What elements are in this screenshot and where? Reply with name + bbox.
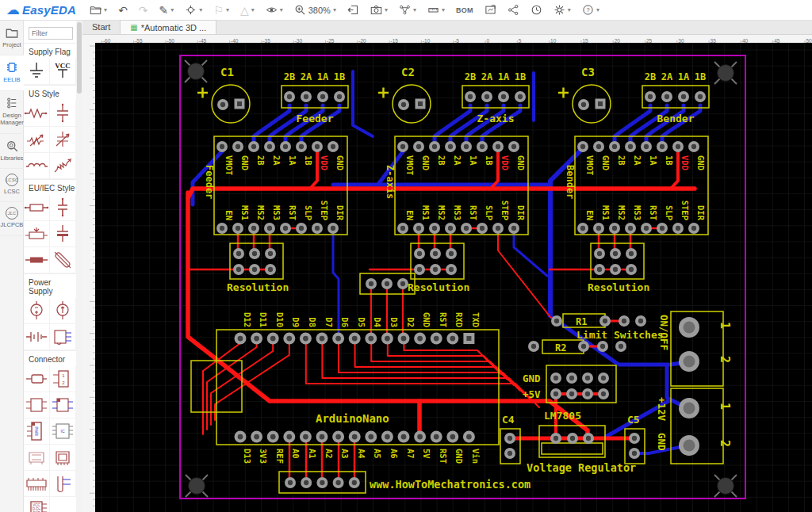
component-plug[interactable]: [24, 366, 50, 392]
vertical-silk-label: 1A: [649, 155, 658, 166]
component-hdr-red[interactable]: PWR: [24, 418, 50, 445]
svg-text:Resolution: Resolution: [588, 281, 649, 293]
vertical-silk-label: 2: [718, 356, 732, 363]
sidebar-item-jlcpcb[interactable]: JLCJLCPCB: [0, 202, 24, 235]
cap-eu-symbol: [50, 197, 75, 219]
bom-text-toolbar-button[interactable]: BOM: [452, 1, 477, 20]
component-hdr-2x2[interactable]: [24, 392, 50, 418]
component-jack[interactable]: [50, 324, 76, 350]
component-res-var2[interactable]: [50, 153, 76, 179]
component-usb-mini[interactable]: VCCD-D+GND: [24, 497, 50, 512]
tab-start[interactable]: Start: [82, 20, 120, 34]
locate-toolbar-button[interactable]: ▾: [181, 1, 206, 20]
history-toolbar-button[interactable]: [527, 1, 546, 20]
export-toolbar-button[interactable]: [481, 1, 500, 20]
component-res-var[interactable]: [24, 127, 50, 153]
component-inductor[interactable]: [24, 153, 50, 179]
eye-toolbar-button[interactable]: ▾: [262, 1, 287, 20]
pencil-toolbar-button[interactable]: ✎▾: [155, 1, 178, 20]
sidebar-item-eelib[interactable]: EELIB: [0, 55, 24, 90]
component-probe[interactable]: [50, 471, 76, 497]
filter-input[interactable]: [29, 27, 73, 40]
cloud-icon: ☁: [6, 2, 20, 18]
component-ic8[interactable]: IC: [50, 418, 76, 445]
undo-toolbar-button[interactable]: ↶: [114, 1, 132, 20]
gear-toolbar-button[interactable]: ▾: [550, 1, 575, 20]
vertical-silk-label: RST: [439, 449, 448, 464]
battery-symbol: [24, 326, 49, 348]
chip-icon: [5, 60, 19, 75]
flag-toolbar-button[interactable]: ⚐▾: [209, 1, 233, 20]
component-res-us[interactable]: [24, 101, 50, 127]
sidebar-item-project[interactable]: Project: [0, 21, 24, 55]
component-cap-var[interactable]: [50, 127, 76, 153]
panel-section-title: Power Supply: [24, 273, 76, 298]
svg-text:2B: 2B: [645, 71, 656, 82]
project-icon: [5, 25, 19, 40]
tab-automatic-3d[interactable]: ▦ *Automatic 3D ...: [120, 20, 216, 34]
jack-symbol: [50, 326, 75, 348]
pcb-drawing[interactable]: C12B2A1A1BFeederVMOTENGNDMS12BMS22AMS31A…: [95, 43, 812, 512]
component-pot-eu[interactable]: [24, 221, 50, 247]
hdr-2x2r-symbol: [50, 394, 75, 416]
measure-icon: [427, 4, 439, 16]
component-source-v[interactable]: [24, 298, 50, 324]
svg-text:Voltage Regulator: Voltage Regulator: [527, 461, 636, 474]
component-gnd[interactable]: [24, 59, 50, 85]
vertical-silk-label: A6: [389, 449, 399, 459]
vertical-silk-label: 1B: [665, 155, 674, 166]
redo-toolbar-button[interactable]: ↷: [135, 1, 152, 20]
help-toolbar-button[interactable]: ?▾: [578, 1, 603, 20]
panel-scrollbar[interactable]: [76, 21, 82, 512]
vertical-silk-label: DIR: [335, 205, 345, 221]
sidebar-item-lcsc[interactable]: LCSCLCSC: [0, 169, 24, 202]
sidebar-item-libraries[interactable]: Libraries: [0, 134, 24, 169]
vertical-silk-label: VDD: [500, 155, 510, 170]
component-cap-eu[interactable]: [50, 195, 76, 221]
align-toolbar-button[interactable]: △▾: [236, 1, 259, 20]
component-hdr-2x2r[interactable]: [50, 392, 76, 418]
camera-icon: [370, 4, 382, 16]
vertical-silk-label: 1: [718, 403, 732, 410]
camera-toolbar-button[interactable]: ▾: [366, 1, 392, 20]
zoom-level-value: 380%: [308, 6, 331, 15]
component-hdr-1x2[interactable]: 12: [50, 366, 76, 392]
vertical-silk-label: VMOT: [585, 155, 595, 175]
vertical-silk-label: A3: [340, 449, 350, 459]
topology-toolbar-button[interactable]: ▾: [395, 1, 420, 20]
sidebar-item-design-manager[interactable]: Design Manager: [0, 91, 24, 134]
zoom-toolbar-button[interactable]: 380%▾: [290, 1, 340, 20]
svg-text:1B: 1B: [334, 71, 345, 82]
component-usb-b[interactable]: [50, 445, 76, 471]
cap-var-symbol: [50, 128, 75, 151]
component-cap-pol[interactable]: [50, 221, 76, 247]
component-battery[interactable]: [24, 324, 50, 350]
svg-text:PWR: PWR: [34, 426, 39, 436]
vertical-silk-label: MS3: [453, 205, 462, 220]
measure-toolbar-button[interactable]: ▾: [423, 1, 449, 20]
component-source-i[interactable]: [50, 298, 76, 324]
sidebar-item-label: Design Manager: [0, 112, 24, 127]
pcb-canvas[interactable]: C12B2A1A1BFeederVMOTENGNDMS12BMS22AMS31A…: [95, 43, 812, 512]
vertical-silk-label: 1: [718, 322, 732, 329]
component-vcc[interactable]: VCC: [50, 59, 76, 85]
vertical-silk-label: RST: [288, 205, 297, 220]
svg-text:Bender: Bender: [657, 113, 695, 124]
dropdown-caret-icon: ▾: [251, 6, 255, 13]
vertical-silk-label: SLP: [665, 205, 674, 220]
component-cap-trim[interactable]: [50, 101, 76, 127]
easyeda-logo[interactable]: ☁ EasyEDA: [0, 2, 84, 18]
share-toolbar-button[interactable]: [504, 1, 523, 20]
component-res-eu[interactable]: [24, 195, 50, 221]
import-toolbar-button[interactable]: [343, 1, 363, 20]
dropdown-caret-icon: ▾: [280, 6, 283, 13]
component-res-filled[interactable]: [24, 247, 50, 273]
vertical-silk-label: D8: [308, 317, 317, 327]
svg-text:Feeder: Feeder: [297, 113, 334, 124]
vertical-silk-label: D7: [324, 317, 334, 327]
component-hdr-row[interactable]: [24, 471, 50, 497]
folder-toolbar-button[interactable]: ▾: [86, 1, 111, 20]
component-fuse[interactable]: [50, 247, 76, 273]
svg-text:www.HowToMechatronics.com: www.HowToMechatronics.com: [370, 478, 530, 491]
component-usb-a[interactable]: [24, 445, 50, 471]
